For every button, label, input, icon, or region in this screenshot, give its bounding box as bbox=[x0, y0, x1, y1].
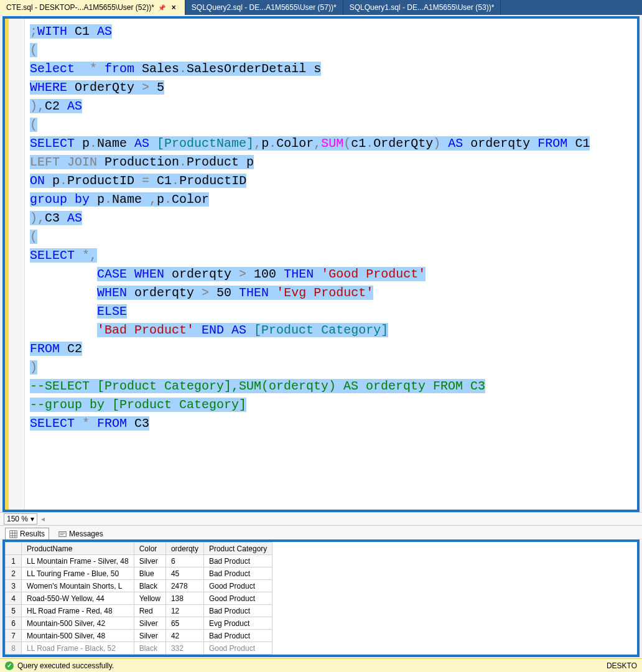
cell[interactable]: Black bbox=[134, 642, 165, 655]
cell[interactable]: Blue bbox=[134, 567, 165, 580]
cell[interactable]: 2478 bbox=[165, 580, 203, 592]
cell[interactable]: LL Mountain Frame - Silver, 48 bbox=[22, 555, 134, 567]
column-header[interactable]: orderqty bbox=[165, 543, 203, 555]
cell[interactable]: Bad Product bbox=[203, 630, 272, 642]
success-icon: ✓ bbox=[5, 661, 14, 670]
cell[interactable]: Silver bbox=[134, 617, 165, 630]
cell[interactable]: Black bbox=[134, 580, 165, 592]
cell[interactable]: Bad Product bbox=[203, 567, 272, 580]
table-row[interactable]: 8LL Road Frame - Black, 52Black332Good P… bbox=[6, 642, 272, 655]
row-number[interactable]: 5 bbox=[6, 605, 22, 617]
sql-editor[interactable]: ;WITH C1 AS ( Select * from Sales.SalesO… bbox=[2, 16, 640, 512]
cell[interactable]: Silver bbox=[134, 555, 165, 567]
status-bar: ✓ Query executed successfully. DESKTO bbox=[0, 658, 642, 672]
table-row[interactable]: 4Road-550-W Yellow, 44Yellow138Good Prod… bbox=[6, 592, 272, 605]
cell[interactable]: 45 bbox=[165, 567, 203, 580]
row-number[interactable]: 7 bbox=[6, 630, 22, 642]
cell[interactable]: 6 bbox=[165, 555, 203, 567]
cell[interactable]: Mountain-500 Silver, 42 bbox=[22, 617, 134, 630]
cell[interactable]: 332 bbox=[165, 642, 203, 655]
scroll-left-icon[interactable]: ◂ bbox=[41, 515, 45, 523]
table-row[interactable]: 1LL Mountain Frame - Silver, 48Silver6Ba… bbox=[6, 555, 272, 567]
table-row[interactable]: 5HL Road Frame - Red, 48Red12Bad Product bbox=[6, 605, 272, 617]
cell[interactable]: Good Product bbox=[203, 580, 272, 592]
row-number[interactable]: 8 bbox=[6, 642, 22, 655]
tab-label: CTE.sql - DESKTOP-...A1M5655\User (52))* bbox=[6, 3, 154, 12]
cell[interactable]: Red bbox=[134, 605, 165, 617]
chevron-down-icon: ▾ bbox=[30, 515, 34, 523]
table-row[interactable]: 7Mountain-500 Silver, 48Silver42Bad Prod… bbox=[6, 630, 272, 642]
cell[interactable]: 138 bbox=[165, 592, 203, 605]
cell[interactable]: Silver bbox=[134, 630, 165, 642]
tab-sqlquery2[interactable]: SQLQuery2.sql - DE...A1M5655\User (57))* bbox=[185, 0, 343, 15]
cell[interactable]: Road-550-W Yellow, 44 bbox=[22, 592, 134, 605]
cell[interactable]: Good Product bbox=[203, 642, 272, 655]
grid-icon bbox=[9, 530, 17, 538]
svg-rect-5 bbox=[59, 531, 66, 536]
cell[interactable]: Yellow bbox=[134, 592, 165, 605]
results-grid[interactable]: ProductNameColororderqtyProduct Category… bbox=[5, 542, 272, 655]
row-number[interactable]: 4 bbox=[6, 592, 22, 605]
code-area[interactable]: ;WITH C1 AS ( Select * from Sales.SalesO… bbox=[25, 19, 637, 510]
messages-label: Messages bbox=[69, 530, 103, 538]
cell[interactable]: Evg Product bbox=[203, 617, 272, 630]
zoom-value: 150 % bbox=[7, 515, 28, 523]
editor-gutter bbox=[5, 19, 25, 510]
table-row[interactable]: 3Women's Mountain Shorts, LBlack2478Good… bbox=[6, 580, 272, 592]
results-grid-wrap: ProductNameColororderqtyProduct Category… bbox=[2, 539, 640, 657]
row-number[interactable]: 1 bbox=[6, 555, 22, 567]
status-server: DESKTO bbox=[607, 661, 637, 670]
column-header[interactable]: ProductName bbox=[22, 543, 134, 555]
tab-sqlquery1[interactable]: SQLQuery1.sql - DE...A1M5655\User (53))* bbox=[343, 0, 501, 15]
column-header[interactable]: Product Category bbox=[203, 543, 272, 555]
document-tab-strip: CTE.sql - DESKTOP-...A1M5655\User (52))*… bbox=[0, 0, 642, 15]
cell[interactable]: LL Touring Frame - Blue, 50 bbox=[22, 567, 134, 580]
tab-results[interactable]: Results bbox=[5, 528, 49, 539]
row-number[interactable]: 2 bbox=[6, 567, 22, 580]
cell[interactable]: Good Product bbox=[203, 592, 272, 605]
table-row[interactable]: 6Mountain-500 Silver, 42Silver65Evg Prod… bbox=[6, 617, 272, 630]
pin-icon[interactable]: 📌 bbox=[158, 4, 165, 11]
tab-label: SQLQuery1.sql - DE...A1M5655\User (53))* bbox=[350, 3, 495, 12]
cell[interactable]: 42 bbox=[165, 630, 203, 642]
row-number[interactable]: 3 bbox=[6, 580, 22, 592]
cell[interactable]: 12 bbox=[165, 605, 203, 617]
tab-messages[interactable]: Messages bbox=[54, 528, 108, 539]
close-icon[interactable]: × bbox=[169, 3, 179, 12]
zoom-select[interactable]: 150 % ▾ bbox=[4, 513, 37, 525]
cell[interactable]: Bad Product bbox=[203, 555, 272, 567]
results-label: Results bbox=[20, 530, 45, 538]
cell[interactable]: LL Road Frame - Black, 52 bbox=[22, 642, 134, 655]
zoom-bar: 150 % ▾ ◂ bbox=[0, 512, 642, 526]
messages-icon bbox=[58, 530, 67, 538]
column-header[interactable]: Color bbox=[134, 543, 165, 555]
status-message: Query executed successfully. bbox=[17, 661, 114, 670]
row-header-blank bbox=[6, 543, 22, 555]
cell[interactable]: HL Road Frame - Red, 48 bbox=[22, 605, 134, 617]
results-tab-strip: Results Messages bbox=[0, 526, 642, 539]
table-row[interactable]: 2LL Touring Frame - Blue, 50Blue45Bad Pr… bbox=[6, 567, 272, 580]
cell[interactable]: Bad Product bbox=[203, 605, 272, 617]
tab-cte-sql[interactable]: CTE.sql - DESKTOP-...A1M5655\User (52))*… bbox=[0, 0, 185, 15]
cell[interactable]: Mountain-500 Silver, 48 bbox=[22, 630, 134, 642]
svg-rect-0 bbox=[10, 530, 17, 537]
cell[interactable]: Women's Mountain Shorts, L bbox=[22, 580, 134, 592]
cell[interactable]: 65 bbox=[165, 617, 203, 630]
row-number[interactable]: 6 bbox=[6, 617, 22, 630]
tab-label: SQLQuery2.sql - DE...A1M5655\User (57))* bbox=[192, 3, 337, 12]
